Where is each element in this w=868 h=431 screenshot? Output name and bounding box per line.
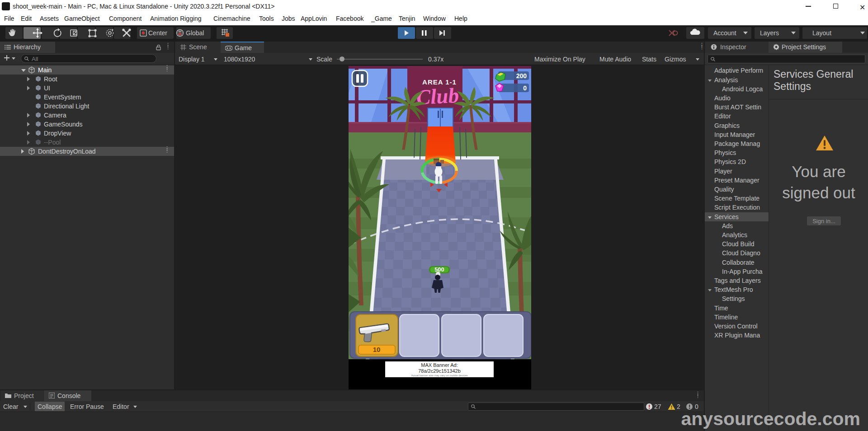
svg-text:200: 200 [516, 72, 527, 80]
svg-text:MAX Banner Ad:: MAX Banner Ad: [421, 362, 458, 368]
svg-text:500: 500 [434, 266, 444, 273]
svg-text:78a/2c29c151342b: 78a/2c29c151342b [418, 368, 461, 374]
svg-text:0: 0 [523, 84, 527, 92]
svg-text:Actual banner size may vary on: Actual banner size may vary on mobile de… [411, 374, 467, 377]
svg-text:10: 10 [373, 346, 381, 353]
svg-text:Club: Club [416, 84, 460, 109]
